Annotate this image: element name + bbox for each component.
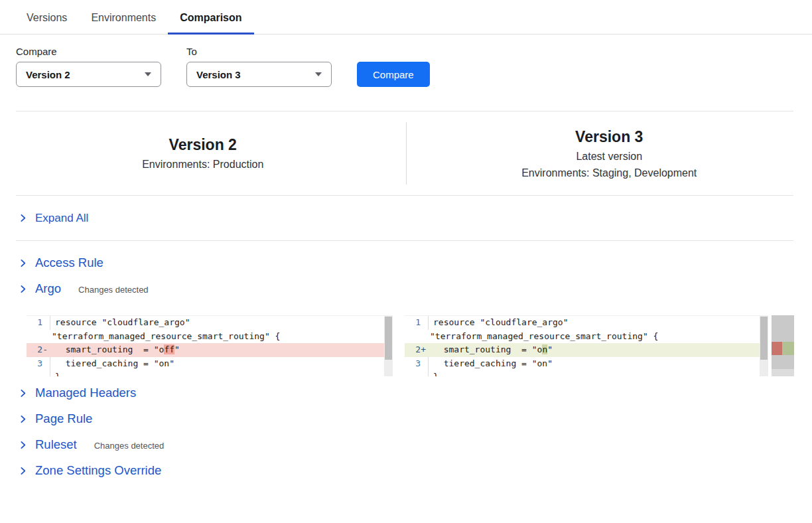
section-label: Access Rule bbox=[35, 256, 103, 270]
chevron-right-icon bbox=[19, 415, 27, 423]
compare-from-label: Compare bbox=[16, 46, 161, 57]
changes-detected-badge: Changes detected bbox=[78, 283, 149, 295]
line-number bbox=[405, 370, 429, 376]
tab-versions[interactable]: Versions bbox=[15, 9, 79, 35]
minimap-added-marker bbox=[782, 342, 794, 355]
diff-line: "terraform_managed_resource_smart_routin… bbox=[27, 330, 393, 344]
scrollbar[interactable] bbox=[384, 316, 393, 376]
code-text: } bbox=[429, 370, 768, 376]
code-text: } bbox=[50, 370, 393, 376]
version-right-title: Version 3 bbox=[575, 128, 643, 146]
chevron-right-icon bbox=[19, 467, 27, 475]
chevron-right-icon bbox=[19, 389, 27, 398]
chevron-right-icon bbox=[19, 285, 27, 293]
version-left-environments: Environments: Production bbox=[142, 159, 263, 171]
code-text: smart_routing = "off" bbox=[50, 343, 393, 357]
line-number: 3 bbox=[405, 357, 429, 371]
argo-diff: 1 resource "cloudflare_argo""terraform_m… bbox=[27, 315, 794, 376]
version-right-latest-label: Latest version bbox=[576, 151, 642, 163]
line-number bbox=[405, 330, 429, 344]
version-right-environments: Environments: Staging, Development bbox=[521, 167, 697, 179]
section-managed-headers[interactable]: Managed Headers bbox=[0, 380, 812, 406]
section-label: Managed Headers bbox=[35, 386, 136, 400]
compare-from-value: Version 2 bbox=[26, 69, 70, 80]
version-header-right: Version 3 Latest version Environments: S… bbox=[407, 112, 812, 195]
diff-line: 1 resource "cloudflare_argo" bbox=[405, 316, 768, 330]
version-headers: Version 2 Environments: Production Versi… bbox=[0, 112, 812, 195]
diff-line: } bbox=[405, 370, 768, 376]
line-number: 1 bbox=[405, 316, 429, 330]
section-ruleset[interactable]: Ruleset Changes detected bbox=[0, 432, 812, 458]
compare-controls: Compare Version 2 To Version 3 Compare bbox=[16, 46, 812, 87]
tab-environments[interactable]: Environments bbox=[79, 9, 168, 35]
section-label: Ruleset bbox=[35, 437, 77, 452]
changes-detected-badge: Changes detected bbox=[94, 439, 165, 451]
section-argo[interactable]: Argo Changes detected bbox=[0, 276, 812, 302]
expand-all-button[interactable]: Expand All bbox=[0, 196, 812, 240]
section-label: Argo bbox=[35, 281, 61, 296]
section-zone-settings-override[interactable]: Zone Settings Override bbox=[0, 458, 812, 484]
code-text: "terraform_managed_resource_smart_routin… bbox=[429, 330, 768, 344]
minimap-removed-marker bbox=[772, 342, 782, 355]
version-header-left: Version 2 Environments: Production bbox=[0, 112, 406, 195]
code-text: tiered_caching = "on" bbox=[429, 357, 768, 371]
chevron-right-icon bbox=[19, 214, 27, 222]
code-text: resource "cloudflare_argo" bbox=[429, 316, 768, 330]
diff-line: 2- smart_routing = "off" bbox=[27, 343, 393, 357]
line-number bbox=[27, 330, 50, 344]
chevron-down-icon bbox=[315, 72, 322, 76]
scrollbar-thumb[interactable] bbox=[385, 317, 392, 360]
diff-line: 1 resource "cloudflare_argo" bbox=[27, 316, 393, 330]
chevron-right-icon bbox=[19, 259, 27, 267]
tab-comparison[interactable]: Comparison bbox=[168, 9, 253, 35]
compare-to-value: Version 3 bbox=[196, 69, 241, 80]
code-text: resource "cloudflare_argo" bbox=[50, 316, 393, 330]
chevron-right-icon bbox=[19, 441, 27, 449]
section-access-rule[interactable]: Access Rule bbox=[0, 250, 812, 276]
compare-from-select[interactable]: Version 2 bbox=[16, 62, 161, 87]
version-left-title: Version 2 bbox=[169, 136, 237, 154]
diff-line: 3 tiered_caching = "on" bbox=[27, 357, 393, 371]
line-number: 1 bbox=[27, 316, 50, 330]
diff-panel-right[interactable]: 1 resource "cloudflare_argo""terraform_m… bbox=[405, 315, 768, 376]
diff-line: "terraform_managed_resource_smart_routin… bbox=[405, 330, 768, 344]
diff-line: } bbox=[27, 370, 393, 376]
compare-button[interactable]: Compare bbox=[357, 62, 430, 87]
minimap-bottom bbox=[772, 369, 794, 376]
line-number: 2- bbox=[27, 343, 50, 357]
code-text: tiered_caching = "on" bbox=[50, 357, 393, 371]
line-number bbox=[27, 370, 50, 376]
line-number: 2+ bbox=[405, 343, 429, 357]
tab-bar: Versions Environments Comparison bbox=[0, 0, 812, 35]
section-page-rule[interactable]: Page Rule bbox=[0, 406, 812, 432]
compare-to-label: To bbox=[186, 46, 332, 57]
scrollbar-thumb[interactable] bbox=[760, 317, 768, 360]
chevron-down-icon bbox=[145, 72, 151, 76]
section-label: Zone Settings Override bbox=[35, 463, 161, 478]
code-text: "terraform_managed_resource_smart_routin… bbox=[50, 330, 393, 344]
compare-to-select[interactable]: Version 3 bbox=[186, 62, 332, 87]
diff-panel-left[interactable]: 1 resource "cloudflare_argo""terraform_m… bbox=[27, 315, 393, 376]
diff-line: 3 tiered_caching = "on" bbox=[405, 357, 768, 371]
minimap-change-marker bbox=[772, 342, 794, 355]
code-text: smart_routing = "on" bbox=[429, 343, 768, 357]
line-number: 3 bbox=[27, 357, 50, 371]
expand-all-label: Expand All bbox=[35, 212, 88, 225]
section-label: Page Rule bbox=[35, 411, 92, 426]
diff-line: 2+ smart_routing = "on" bbox=[405, 343, 768, 357]
diff-minimap[interactable] bbox=[772, 315, 794, 376]
sections-list: Access Rule Argo Changes detected 1 reso… bbox=[0, 241, 812, 484]
scrollbar[interactable] bbox=[760, 316, 768, 376]
